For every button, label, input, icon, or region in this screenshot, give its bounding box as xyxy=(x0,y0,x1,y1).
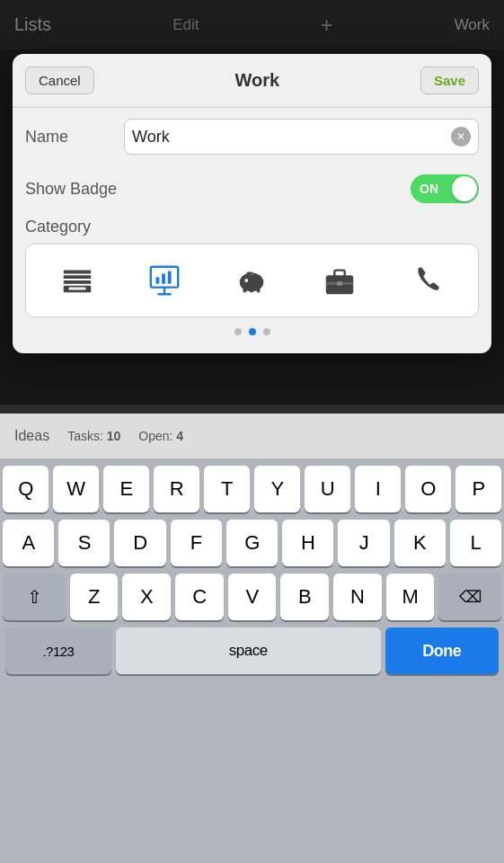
modal-title: Work xyxy=(235,70,280,91)
key-p[interactable]: P xyxy=(455,466,501,512)
backspace-key[interactable]: ⌫ xyxy=(438,574,501,620)
keyboard-bottom-row: .?123 space Done xyxy=(3,627,501,674)
key-n[interactable]: N xyxy=(333,574,382,620)
page-dot-2 xyxy=(249,328,256,335)
name-row: Name xyxy=(13,108,491,165)
key-h[interactable]: H xyxy=(282,520,333,566)
keyboard-row-2: A S D F G H J K L xyxy=(3,520,501,566)
key-y[interactable]: Y xyxy=(254,466,300,512)
key-e[interactable]: E xyxy=(103,466,149,512)
svg-rect-6 xyxy=(156,277,160,284)
category-icons-container xyxy=(25,244,479,317)
key-c[interactable]: C xyxy=(175,574,224,620)
show-badge-toggle[interactable]: ON xyxy=(411,174,479,203)
svg-rect-17 xyxy=(257,289,261,293)
key-s[interactable]: S xyxy=(58,520,110,566)
cancel-button[interactable]: Cancel xyxy=(25,67,94,94)
category-icon-inbox[interactable] xyxy=(54,257,101,304)
name-input-wrapper xyxy=(124,119,479,155)
svg-rect-8 xyxy=(168,271,172,284)
key-a[interactable]: A xyxy=(3,520,54,566)
modal-header: Cancel Work Save xyxy=(13,54,491,108)
category-icon-briefcase[interactable] xyxy=(316,257,363,304)
page-dot-1 xyxy=(234,328,242,335)
bg-ideas-label: Ideas xyxy=(14,428,49,444)
svg-rect-15 xyxy=(243,289,247,293)
edit-modal: Cancel Work Save Name Show Badge ON Cate… xyxy=(13,54,491,353)
key-j[interactable]: J xyxy=(338,520,389,566)
page-dots xyxy=(13,328,491,335)
key-q[interactable]: Q xyxy=(3,466,49,512)
keyboard-row-3: ⇧ Z X C V B N M ⌫ xyxy=(3,574,501,620)
key-k[interactable]: K xyxy=(394,520,446,566)
key-v[interactable]: V xyxy=(228,574,277,620)
keyboard-row-1: Q W E R T Y U I O P xyxy=(3,466,501,512)
page-dot-3 xyxy=(263,328,270,335)
keyboard: Q W E R T Y U I O P A S D F G H J K L ⇧ … xyxy=(0,458,504,863)
show-badge-row: Show Badge ON xyxy=(13,165,491,212)
key-z[interactable]: Z xyxy=(70,574,119,620)
category-icon-piggy-bank[interactable] xyxy=(228,257,275,304)
key-i[interactable]: I xyxy=(355,466,401,512)
svg-rect-1 xyxy=(63,275,90,279)
key-m[interactable]: M xyxy=(386,574,435,620)
category-icon-phone[interactable] xyxy=(403,257,450,304)
key-g[interactable]: G xyxy=(226,520,278,566)
svg-rect-2 xyxy=(63,280,90,284)
key-t[interactable]: T xyxy=(204,466,250,512)
clear-input-button[interactable] xyxy=(451,127,471,147)
svg-rect-7 xyxy=(162,273,165,283)
category-icon-presentation[interactable] xyxy=(141,257,188,304)
done-key[interactable]: Done xyxy=(385,627,499,674)
key-b[interactable]: B xyxy=(280,574,329,620)
svg-rect-18 xyxy=(251,273,255,275)
save-button[interactable]: Save xyxy=(420,67,479,94)
svg-rect-16 xyxy=(251,289,254,293)
svg-rect-22 xyxy=(337,281,342,286)
category-label: Category xyxy=(13,212,491,244)
space-key[interactable]: space xyxy=(116,627,381,674)
key-d[interactable]: D xyxy=(114,520,165,566)
svg-rect-20 xyxy=(334,271,344,278)
key-x[interactable]: X xyxy=(122,574,171,620)
key-l[interactable]: L xyxy=(450,520,501,566)
name-label: Name xyxy=(25,128,124,147)
bg-tasks-label: Tasks: 10 xyxy=(67,429,120,443)
key-w[interactable]: W xyxy=(53,466,99,512)
toggle-on-label: ON xyxy=(420,182,438,196)
svg-point-14 xyxy=(245,279,249,282)
svg-point-12 xyxy=(256,275,261,280)
key-f[interactable]: F xyxy=(171,520,222,566)
shift-key[interactable]: ⇧ xyxy=(3,574,66,620)
show-badge-label: Show Badge xyxy=(25,180,124,199)
background-list-content: Ideas Tasks: 10 Open: 4 xyxy=(0,414,504,458)
key-r[interactable]: R xyxy=(154,466,199,512)
numeric-key[interactable]: .?123 xyxy=(5,627,111,674)
name-input[interactable] xyxy=(132,128,451,147)
key-u[interactable]: U xyxy=(305,466,350,512)
svg-rect-4 xyxy=(68,288,85,290)
svg-rect-0 xyxy=(63,271,90,274)
toggle-knob xyxy=(452,176,477,201)
bg-open-label: Open: 4 xyxy=(138,429,183,443)
key-o[interactable]: O xyxy=(405,466,451,512)
